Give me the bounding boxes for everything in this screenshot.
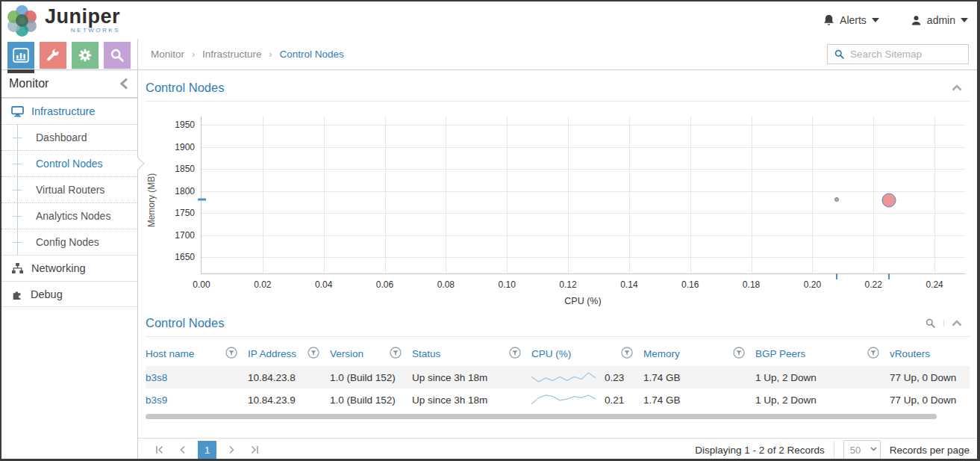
filter-icon[interactable]: [733, 347, 745, 361]
search-icon: [834, 49, 845, 60]
filter-icon[interactable]: [621, 347, 633, 361]
host-link[interactable]: b3s8: [146, 372, 248, 383]
wrench-icon: [45, 47, 61, 64]
sidebar-item-dashboard[interactable]: Dashboard: [1, 124, 137, 150]
scrollbar-thumb[interactable]: [146, 414, 937, 419]
juniper-flower-icon: [7, 5, 37, 35]
table-search-button[interactable]: [917, 318, 943, 329]
sidebar-item-label: Debug: [31, 288, 63, 300]
filter-icon[interactable]: [509, 347, 521, 361]
collapse-panel-button[interactable]: [943, 320, 970, 327]
gridline: [385, 117, 386, 273]
gridline: [202, 213, 965, 214]
divider: [834, 441, 834, 459]
sidebar-item-config-nodes[interactable]: Config Nodes: [1, 229, 137, 255]
bar-chart-icon: [12, 47, 30, 64]
breadcrumb-infrastructure[interactable]: Infrastructure: [202, 49, 262, 60]
gridline: [202, 257, 965, 258]
puzzle-icon: [11, 288, 23, 300]
table-row[interactable]: b3s8 10.84.23.8 1.0 (Build 152) Up since…: [146, 366, 970, 389]
x-tick-label: 0.10: [499, 279, 516, 290]
alerts-menu[interactable]: Alerts: [823, 14, 879, 26]
gridline: [934, 117, 935, 273]
chevron-left-icon[interactable]: [120, 78, 128, 90]
sidebar: Monitor Infrastructure Dashboard: [1, 70, 138, 461]
network-icon: [11, 262, 24, 274]
last-page-button[interactable]: [246, 442, 263, 458]
gridline: [446, 117, 446, 273]
chevron-left-icon: [178, 445, 187, 454]
x-tick-label: 0.04: [315, 279, 332, 290]
module-tabs: [1, 39, 138, 69]
sidebar-item-label: Networking: [31, 262, 86, 274]
sidebar-item-networking[interactable]: Networking: [1, 255, 137, 281]
user-icon: [911, 15, 922, 26]
sidebar-item-control-nodes[interactable]: Control Nodes: [1, 150, 137, 176]
user-label: admin: [927, 14, 955, 26]
top-bar: Juniper NETWORKS Alerts admin: [1, 1, 977, 39]
column-ip-address[interactable]: IP Address: [248, 347, 330, 361]
x-tick-label: 0.24: [926, 279, 943, 290]
filter-icon[interactable]: [225, 347, 237, 361]
table-row[interactable]: b3s9 10.84.23.9 1.0 (Build 152) Up since…: [146, 389, 970, 411]
gridline: [568, 117, 569, 273]
sidebar-item-label: Infrastructure: [31, 105, 95, 117]
page-size-select[interactable]: 50: [843, 440, 881, 460]
sidebar-item-infrastructure[interactable]: Infrastructure: [1, 98, 137, 124]
user-menu[interactable]: admin: [911, 14, 968, 26]
x-tick-label: 0.20: [804, 279, 821, 290]
column-version[interactable]: Version: [330, 347, 412, 361]
host-link[interactable]: b3s9: [146, 395, 248, 406]
chevron-up-icon: [952, 84, 962, 91]
x-tick-label: 0.22: [865, 279, 882, 290]
status-cell: Up since 3h 18m: [412, 372, 531, 383]
sidebar-item-label: Config Nodes: [36, 236, 99, 248]
column-cpu[interactable]: CPU (%): [531, 347, 643, 361]
configure-tab[interactable]: [40, 42, 66, 69]
breadcrumb-control-nodes[interactable]: Control Nodes: [280, 49, 344, 60]
gridline: [873, 117, 874, 273]
sidebar-item-label: Analytics Nodes: [36, 210, 110, 222]
page-1-button[interactable]: 1: [198, 441, 216, 460]
column-bgp-peers[interactable]: BGP Peers: [755, 347, 890, 361]
chevron-down-icon: [961, 18, 968, 22]
next-page-button[interactable]: [223, 442, 240, 458]
monitor-tab[interactable]: [7, 42, 34, 69]
prev-page-button[interactable]: [175, 442, 191, 458]
column-memory[interactable]: Memory: [643, 347, 755, 361]
submenu-tick: [13, 242, 22, 243]
sidebar-item-debug[interactable]: Debug: [1, 281, 137, 307]
filter-icon[interactable]: [308, 347, 319, 361]
juniper-wordmark: Juniper NETWORKS: [45, 7, 120, 34]
settings-tab[interactable]: [72, 42, 99, 69]
cpu-value: 0.23: [605, 372, 624, 383]
submenu-tick: [13, 164, 22, 164]
sitemap-search-input[interactable]: [850, 49, 962, 60]
sidebar-item-label: Dashboard: [36, 132, 87, 143]
filter-icon[interactable]: [867, 347, 879, 361]
data-point[interactable]: [834, 197, 839, 202]
sidebar-item-analytics-nodes[interactable]: Analytics Nodes: [1, 202, 137, 229]
collapse-panel-button[interactable]: [944, 84, 970, 91]
gridline: [202, 147, 965, 148]
column-vrouters[interactable]: vRouters: [890, 348, 970, 359]
horizontal-scrollbar[interactable]: [146, 414, 970, 419]
submenu-tick: [13, 137, 22, 138]
filter-icon[interactable]: [390, 347, 402, 361]
x-axis-data-mark: [836, 273, 837, 279]
version-cell: 1.0 (Build 152): [330, 372, 412, 383]
filter-funnel-icon: [867, 347, 879, 359]
column-host-name[interactable]: Host name: [146, 347, 248, 361]
data-point[interactable]: [881, 194, 896, 208]
sidebar-item-virtual-routers[interactable]: Virtual Routers: [1, 176, 137, 202]
y-axis-label: Memory (MB): [146, 140, 157, 260]
chart-plot[interactable]: 0.000.020.040.060.080.100.120.140.160.18…: [201, 117, 965, 274]
gridline: [202, 191, 965, 192]
gridline: [752, 117, 752, 273]
query-tab[interactable]: [104, 42, 131, 69]
breadcrumb-monitor[interactable]: Monitor: [151, 49, 184, 60]
sidebar-header: Monitor: [1, 70, 137, 98]
column-status[interactable]: Status: [412, 347, 531, 361]
table-header-row: Host name IP Address Version Status CPU …: [146, 341, 970, 366]
first-page-button[interactable]: [152, 442, 168, 458]
